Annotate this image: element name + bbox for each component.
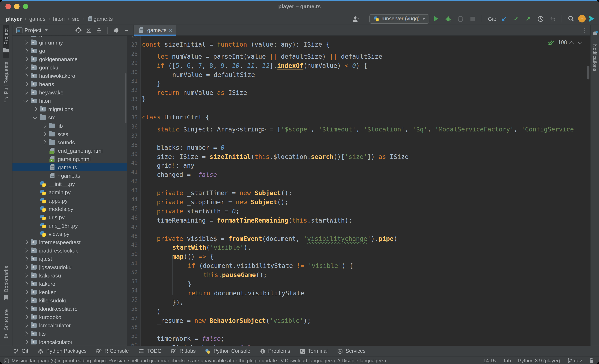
breadcrumb-item-player[interactable]: player [6, 16, 22, 22]
chevron-right-icon[interactable] [24, 331, 28, 336]
breadcrumb-item-src[interactable]: src [72, 16, 79, 22]
tree-item-jigsawsudoku[interactable]: jigsawsudoku [12, 263, 127, 271]
toolwindow-button-r-console[interactable]: R Console [91, 346, 133, 356]
chevron-right-icon[interactable] [33, 107, 37, 112]
chevron-right-icon[interactable] [24, 315, 28, 320]
chevron-right-icon[interactable] [24, 265, 28, 270]
tree-item-kakurasu[interactable]: kakurasu [12, 271, 127, 280]
gear-icon[interactable] [112, 26, 120, 34]
tree-item-urls-i18n-py[interactable]: urls_i18n.py [12, 221, 127, 230]
tree-item-hashiwokakero[interactable]: hashiwokakero [12, 71, 127, 80]
next-problem-icon[interactable] [578, 40, 583, 44]
toolwindow-button-python-console[interactable]: Python Console [200, 346, 255, 356]
toolwindow-button-r-jobs[interactable]: R Jobs [166, 346, 200, 356]
tree-item-iqtest[interactable]: iqtest [12, 255, 127, 263]
hide-panel-icon[interactable]: − [122, 26, 131, 34]
code-with-me-icon[interactable] [588, 15, 595, 22]
tab-options-kebab-icon[interactable]: ⋮ [581, 27, 587, 34]
tree-item-internetspeedtest[interactable]: internetspeedtest [12, 238, 127, 246]
chevron-right-icon[interactable] [24, 290, 28, 294]
stop-button[interactable] [467, 14, 477, 23]
tree-item-models-py[interactable]: models.py [12, 205, 127, 213]
tree-item-killersudoku[interactable]: killersudoku [12, 296, 127, 304]
run-button[interactable] [431, 14, 441, 23]
tree-item-views-py[interactable]: views.py [12, 230, 127, 238]
tree-item-kurodoko[interactable]: kurodoko [12, 313, 127, 321]
toolwindow-button-terminal[interactable]: Terminal [295, 346, 332, 356]
git-update-project-icon[interactable]: ↙ [499, 14, 509, 23]
toolwindow-button-services[interactable]: Services [332, 346, 370, 356]
fullscreen-window-button[interactable] [23, 4, 28, 9]
run-with-coverage-button[interactable] [456, 14, 466, 23]
chevron-right-icon[interactable] [24, 240, 28, 245]
tree-item-game-ng-html[interactable]: Hgame.ng.html [12, 155, 127, 163]
status-message[interactable]: Missing language(s) in proofreading plug… [12, 358, 278, 364]
tree-item-game-ts[interactable]: ~game.ts [12, 171, 127, 180]
close-window-button[interactable] [5, 4, 11, 9]
unlocked-icon[interactable] [589, 358, 594, 364]
chevron-down-icon[interactable] [45, 29, 48, 31]
run-configuration-select[interactable]: runserver (vuqq) [369, 14, 429, 24]
tree-item-gomoku[interactable]: gomoku [12, 63, 127, 71]
tree-item-lits[interactable]: lits [12, 329, 127, 338]
chevron-right-icon[interactable] [42, 140, 47, 145]
stripe-item-pull-requests[interactable]: Pull Requests [3, 58, 9, 108]
inspections-widget[interactable]: 108 [546, 39, 584, 46]
git-history-icon[interactable] [535, 14, 545, 23]
chevron-right-icon[interactable] [24, 323, 28, 328]
toolwindow-button-git[interactable]: Git [8, 346, 33, 356]
collapse-all-icon[interactable] [95, 26, 103, 34]
chevron-right-icon[interactable] [24, 273, 28, 278]
tree-item-heyawake[interactable]: heyawake [12, 88, 127, 97]
tree-item-urls-py[interactable]: urls.py [12, 213, 127, 221]
tree-item-migrations[interactable]: migrations [12, 105, 127, 113]
code-editor[interactable]: 2627const sizeInitial = function (value:… [127, 36, 590, 346]
chevron-right-icon[interactable] [24, 40, 28, 45]
previous-problem-icon[interactable] [569, 41, 574, 45]
caret-position[interactable]: 14:15 [483, 358, 496, 364]
git-commit-icon[interactable]: ✓ [511, 14, 521, 23]
indent-style[interactable]: Tab [503, 358, 511, 364]
debug-button[interactable] [443, 14, 453, 23]
chevron-right-icon[interactable] [24, 36, 28, 36]
breadcrumb-file[interactable]: game.ts [94, 16, 113, 22]
ide-update-icon[interactable]: ↑ [578, 15, 586, 22]
tab-game-ts[interactable]: game.ts × [134, 25, 176, 35]
search-everywhere-icon[interactable] [566, 14, 576, 23]
chevron-right-icon[interactable] [24, 48, 28, 53]
tree-item-src[interactable]: src [12, 113, 127, 122]
tree-item-apps-py[interactable]: apps.py [12, 196, 127, 205]
git-push-icon[interactable]: ↗ [523, 14, 533, 23]
user-icon[interactable] [351, 14, 361, 23]
chevron-right-icon[interactable] [24, 73, 28, 78]
chevron-right-icon[interactable] [42, 123, 47, 128]
minimize-window-button[interactable] [14, 4, 19, 9]
tree-item-game-ts[interactable]: game.ts [12, 163, 127, 171]
chevron-down-icon[interactable] [33, 114, 37, 119]
git-branch-widget[interactable]: dev [567, 358, 582, 364]
tool-window-toggle-icon[interactable] [4, 358, 9, 363]
chevron-right-icon[interactable] [24, 65, 28, 70]
toolwindow-button-problems[interactable]: Problems [255, 346, 295, 356]
chevron-right-icon[interactable] [24, 298, 28, 303]
project-panel-title[interactable]: Project [25, 27, 41, 33]
tree-item-hearts[interactable]: hearts [12, 80, 127, 88]
tree-item-lib[interactable]: lib [12, 122, 127, 130]
locate-file-icon[interactable] [74, 26, 82, 34]
chevron-right-icon[interactable] [24, 82, 28, 87]
expand-all-icon[interactable] [84, 26, 93, 34]
tree-item-init-py[interactable]: __init__.py [12, 180, 127, 188]
chevron-right-icon[interactable] [42, 132, 47, 136]
toolwindow-button-todo[interactable]: TODO [133, 346, 166, 356]
tree-item-ipaddresslookup[interactable]: ipaddresslookup [12, 246, 127, 255]
tree-item-lcmcalculator[interactable]: lcmcalculator [12, 321, 127, 329]
editor-scrollbar[interactable] [587, 66, 590, 80]
chevron-right-icon[interactable] [24, 257, 28, 261]
tree-item-admin-py[interactable]: admin.py [12, 188, 127, 196]
tree-item-klondikesolitaire[interactable]: klondikesolitaire [12, 304, 127, 313]
toolwindow-button-python-packages[interactable]: Python Packages [33, 346, 91, 356]
stripe-item-bookmarks[interactable]: Bookmarks [3, 263, 9, 306]
tree-item-end-game-ng-html[interactable]: Hend_game.ng.html [12, 146, 127, 155]
chevron-right-icon[interactable] [24, 90, 28, 95]
tree-item-kakuro[interactable]: kakuro [12, 280, 127, 288]
